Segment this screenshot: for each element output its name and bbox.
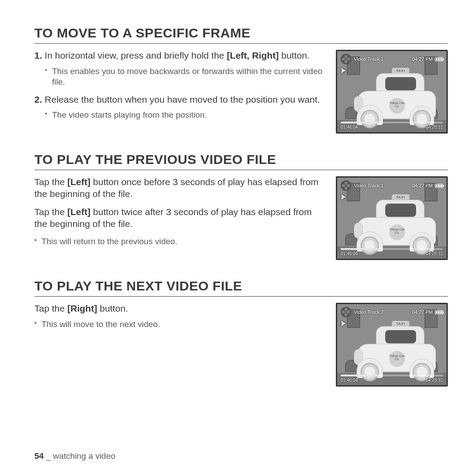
step-2-text: Release the button when you have moved t… (42, 94, 320, 104)
device-shot-3: TAXI Yellow Cab Co. Vid (336, 303, 448, 387)
step-1-bold: [Left, Right] (227, 50, 279, 60)
osd-bottom-2: 01:46:04 04:28:31 (341, 248, 443, 256)
car-illustration: TAXI Yellow Cab Co. (357, 73, 436, 126)
track-name: Video Track 2 (354, 309, 383, 315)
step-1-text-b: button. (279, 50, 309, 60)
battery-icon (435, 310, 443, 314)
osd-top-left: Video Track 2 (341, 307, 383, 317)
next-p1: Tap the [Right] button. (34, 303, 326, 315)
section-move-body: 1. In horizontal view, press and briefly… (34, 50, 448, 134)
play-icon (342, 194, 346, 200)
step-2: 2. Release the button when you have move… (34, 94, 326, 121)
step-1-text-a: In horizontal view, press and briefly ho… (42, 50, 227, 60)
heading-next: TO PLAY THE NEXT VIDEO FILE (34, 279, 448, 297)
clock: 04:27 PM (412, 183, 433, 188)
track-name: Video Track 1 (354, 183, 383, 188)
step-1-sub: This enables you to move backwards or fo… (34, 66, 326, 88)
car-illustration: TAXI Yellow Cab Co. (357, 326, 436, 379)
timecodes: 01:46:04 04:28:31 (341, 251, 443, 256)
elapsed: 01:46:04 (341, 251, 358, 256)
section-next-video: TO PLAY THE NEXT VIDEO FILE Tap the [Rig… (34, 279, 448, 387)
osd-top-left: Video Track 1 (341, 180, 383, 191)
shot-2-col: TAXI Yellow Cab Co. Vid (336, 176, 448, 260)
door-badge: Yellow Cab Co. (389, 351, 405, 367)
progress-bar (341, 248, 443, 250)
track-name: Video Track 1 (354, 56, 383, 62)
next-sub-1: This will move to the next video. (34, 319, 326, 330)
osd-top-2: Video Track 1 04:27 PM (341, 180, 443, 191)
elapsed: 01:46:04 (341, 378, 358, 383)
next-sub: This will move to the next video. (34, 319, 326, 330)
next-p1-b: button. (97, 303, 128, 313)
osd-bottom-3: 01:46:04 04:28:31 (341, 375, 443, 383)
film-reel-icon (341, 180, 351, 191)
next-text: Tap the [Right] button. This will move t… (34, 303, 326, 332)
page-footer: 54 _ watching a video (34, 451, 115, 461)
osd-bottom-1: 01:46:04 04:28:31 (341, 122, 443, 130)
car-illustration: TAXI Yellow Cab Co. (357, 200, 436, 253)
next-p1-bold: [Right] (67, 303, 97, 313)
heading-move: TO MOVE TO A SPECIFIC FRAME (34, 26, 448, 44)
prev-p1-a: Tap the (34, 177, 67, 187)
osd-top-right: 04:27 PM (412, 309, 443, 315)
shot-1-col: TAXI Yellow Cab Co. Vid (336, 50, 448, 134)
prev-p2-bold: [Left] (67, 207, 90, 217)
battery-icon (435, 57, 443, 61)
film-reel-icon (341, 54, 351, 64)
device-shot-1: TAXI Yellow Cab Co. Vid (336, 50, 448, 134)
step-2-num: 2. (34, 94, 42, 104)
prev-p2: Tap the [Left] button twice after 3 seco… (34, 206, 326, 230)
total: 04:28:31 (426, 251, 443, 256)
step-1: 1. In horizontal view, press and briefly… (34, 50, 326, 88)
progress-bar (341, 122, 443, 123)
footer-sep: _ (44, 451, 53, 461)
section-move-frame: TO MOVE TO A SPECIFIC FRAME 1. In horizo… (34, 26, 448, 134)
film-reel-icon (341, 307, 351, 317)
shot-3-col: TAXI Yellow Cab Co. Vid (336, 303, 448, 387)
step-1-num: 1. (34, 50, 42, 60)
battery-icon (435, 184, 443, 188)
clock: 04:27 PM (412, 309, 433, 315)
osd-top-1: Video Track 1 04:27 PM (341, 54, 443, 64)
section-prev-video: TO PLAY THE PREVIOUS VIDEO FILE Tap the … (34, 152, 448, 260)
osd-top-3: Video Track 2 04:27 PM (341, 307, 443, 317)
section-next-body: Tap the [Right] button. This will move t… (34, 303, 448, 387)
device-shot-2: TAXI Yellow Cab Co. Vid (336, 176, 448, 260)
timecodes: 01:46:04 04:28:31 (341, 378, 443, 383)
play-icon (342, 68, 346, 73)
elapsed: 01:46:04 (341, 125, 358, 130)
prev-p1: Tap the [Left] button once before 3 seco… (34, 176, 326, 200)
osd-top-left: Video Track 1 (341, 54, 383, 64)
move-text: 1. In horizontal view, press and briefly… (34, 50, 326, 127)
page-number: 54 (34, 451, 44, 461)
total: 04:28:31 (426, 125, 443, 130)
progress-fill (341, 248, 379, 250)
prev-sub: This will return to the previous video. (34, 236, 326, 247)
prev-text: Tap the [Left] button once before 3 seco… (34, 176, 326, 249)
move-steps: 1. In horizontal view, press and briefly… (34, 50, 326, 121)
step-2-sub: The video starts playing from the positi… (34, 110, 326, 120)
prev-p1-bold: [Left] (67, 177, 90, 187)
osd-top-right: 04:27 PM (412, 56, 443, 62)
prev-sub-1: This will return to the previous video. (34, 236, 326, 247)
door-badge: Yellow Cab Co. (389, 98, 405, 114)
footer-label: watching a video (53, 451, 115, 461)
progress-bar (341, 375, 443, 376)
progress-fill (341, 375, 379, 376)
clock: 04:27 PM (412, 56, 433, 62)
heading-prev: TO PLAY THE PREVIOUS VIDEO FILE (34, 152, 448, 170)
progress-fill (341, 122, 379, 123)
total: 04:28:31 (426, 378, 443, 383)
timecodes: 01:46:04 04:28:31 (341, 125, 443, 130)
play-icon (342, 321, 346, 326)
osd-top-right: 04:27 PM (412, 183, 443, 188)
door-badge: Yellow Cab Co. (389, 224, 405, 240)
section-prev-body: Tap the [Left] button once before 3 seco… (34, 176, 448, 260)
step-2-sub-1: The video starts playing from the positi… (45, 110, 326, 120)
step-1-sub-1: This enables you to move backwards or fo… (45, 66, 326, 88)
prev-p2-a: Tap the (34, 207, 67, 217)
next-p1-a: Tap the (34, 303, 67, 313)
